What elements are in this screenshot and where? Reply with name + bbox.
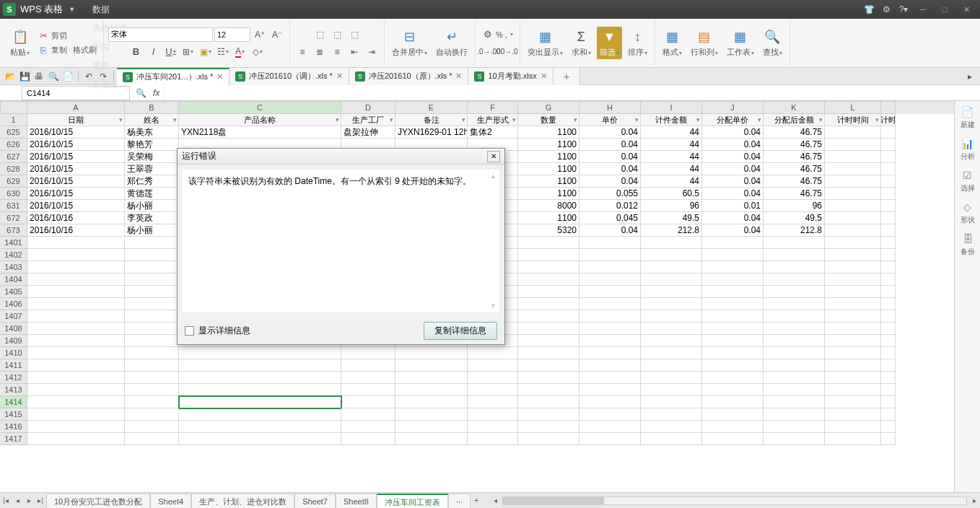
cell[interactable] [395, 433, 468, 445]
filter-button[interactable]: ▼筛选▾ [597, 27, 622, 59]
cell[interactable] [125, 249, 179, 261]
cell[interactable] [518, 261, 579, 273]
cell[interactable]: 0.04 [702, 126, 764, 139]
cell[interactable] [764, 298, 825, 310]
cell[interactable] [881, 224, 896, 237]
cell[interactable]: 44 [641, 139, 702, 151]
cell[interactable] [881, 384, 896, 396]
cell[interactable]: 60.5 [641, 188, 702, 200]
cell[interactable] [881, 151, 896, 163]
sheet-tabs-more[interactable]: ··· [448, 494, 471, 508]
cell[interactable] [641, 347, 702, 359]
cell[interactable] [125, 323, 179, 335]
cell[interactable] [825, 408, 881, 421]
header-cell-H[interactable]: 单价▾ [579, 114, 641, 126]
col-header-J[interactable]: J [702, 101, 764, 114]
cell[interactable] [179, 384, 341, 396]
name-box[interactable]: C1414 [22, 86, 130, 100]
cell[interactable] [341, 421, 395, 433]
cell[interactable] [27, 347, 125, 359]
cell[interactable]: 0.055 [579, 188, 641, 200]
cell[interactable] [518, 237, 579, 249]
undo-button[interactable]: ↶ [82, 69, 96, 84]
cell[interactable] [125, 261, 179, 273]
cell[interactable] [579, 249, 641, 261]
formula-input[interactable] [164, 86, 980, 100]
cell[interactable] [825, 151, 881, 163]
row-col-button[interactable]: ▤行和列▾ [688, 27, 721, 59]
cell[interactable] [702, 372, 764, 384]
worksheet-button[interactable]: ▦工作表▾ [724, 27, 757, 59]
cell[interactable] [881, 175, 896, 188]
merge-center-button[interactable]: ⊟合并居中▾ [389, 27, 430, 59]
print-button[interactable]: 🖶 [32, 69, 46, 84]
cell[interactable]: 44 [641, 151, 702, 163]
print-preview-button[interactable]: 🔍 [46, 69, 61, 84]
cell[interactable] [518, 298, 579, 310]
cell[interactable] [825, 286, 881, 298]
cell[interactable] [764, 249, 825, 261]
cell[interactable] [702, 408, 764, 421]
cell[interactable] [579, 237, 641, 249]
row-header[interactable]: 629 [0, 175, 27, 188]
cell[interactable] [702, 384, 764, 396]
cell[interactable] [881, 139, 896, 151]
cell[interactable]: 2016/10/15 [27, 151, 125, 163]
cell[interactable] [395, 372, 468, 384]
cell[interactable] [764, 286, 825, 298]
cell[interactable] [518, 359, 579, 372]
cell[interactable] [641, 408, 702, 421]
cell[interactable] [825, 273, 881, 286]
cell[interactable]: 0.04 [702, 224, 764, 237]
cell[interactable] [641, 273, 702, 286]
cell[interactable] [125, 408, 179, 421]
cell[interactable] [27, 273, 125, 286]
cell[interactable] [825, 261, 881, 273]
cell[interactable] [764, 384, 825, 396]
number-format-button[interactable]: ⚙% ,▾ [480, 27, 515, 42]
align-top-button[interactable]: ⬚ [312, 27, 328, 42]
col-header-M[interactable] [881, 101, 896, 114]
cell[interactable] [764, 433, 825, 445]
cell[interactable] [27, 433, 125, 445]
close-icon[interactable]: ✕ [216, 72, 223, 82]
cell[interactable] [125, 372, 179, 384]
row-header[interactable]: 1416 [0, 421, 27, 433]
header-cell-C[interactable]: 产品名称▾ [179, 114, 341, 126]
fill-color-button[interactable]: ▣▾ [198, 45, 214, 59]
cell[interactable]: 46.75 [764, 175, 825, 188]
cell[interactable]: 44 [641, 163, 702, 175]
cell[interactable] [881, 421, 896, 433]
cell[interactable] [579, 372, 641, 384]
cell[interactable] [468, 347, 518, 359]
cell[interactable] [881, 200, 896, 212]
filter-icon[interactable]: ▾ [758, 116, 761, 123]
col-header-F[interactable]: F [468, 101, 518, 114]
cell[interactable] [764, 261, 825, 273]
cell[interactable] [702, 286, 764, 298]
cell[interactable]: 杨美东 [125, 126, 179, 139]
select-all-corner[interactable] [0, 101, 27, 114]
cell[interactable] [179, 372, 341, 384]
cell[interactable] [825, 212, 881, 224]
sheet-tab-1[interactable]: Sheet4 [150, 494, 191, 508]
cell[interactable] [825, 359, 881, 372]
filter-icon[interactable]: ▾ [119, 116, 123, 123]
header-cell-M[interactable]: 计时 [881, 114, 896, 126]
cell[interactable]: 49.5 [641, 212, 702, 224]
cell[interactable] [881, 126, 896, 139]
cell[interactable] [579, 384, 641, 396]
sheet-tab-0[interactable]: 10月份安完工进仓数分配 [46, 494, 150, 508]
cell[interactable] [468, 384, 518, 396]
cell[interactable] [641, 396, 702, 408]
cell[interactable] [764, 396, 825, 408]
cell[interactable]: 46.75 [764, 188, 825, 200]
cell[interactable] [825, 139, 881, 151]
cell[interactable]: 44 [641, 175, 702, 188]
doc-tab-3[interactable]: S10月考勤.xlsx✕ [468, 68, 553, 85]
cell[interactable]: 212.8 [641, 224, 702, 237]
hscroll-right[interactable]: ▸ [968, 496, 980, 504]
cell[interactable] [702, 359, 764, 372]
cell[interactable] [579, 298, 641, 310]
row-header[interactable]: 1411 [0, 359, 27, 372]
